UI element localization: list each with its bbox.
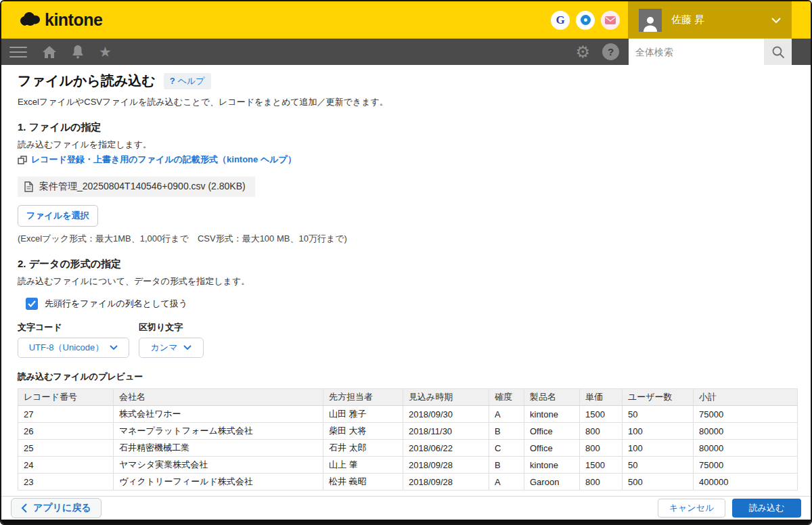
format-help-link[interactable]: レコード登録・上書き用のファイルの記載形式（kintone ヘルプ） [18,154,811,166]
table-cell: kintone [524,457,580,474]
preview-table: レコード番号会社名先方担当者見込み時期確度製品名単価ユーザー数小計 27株式会社… [18,388,798,490]
chevron-down-icon [771,14,781,26]
table-row: 27株式会社ワホー山田 雅子2018/09/30Akintone15005075… [18,406,798,423]
table-row: 23ヴィクトリーフィールド株式会社松井 義昭2018/09/28AGaroon8… [18,474,798,490]
table-cell: 25 [18,440,114,457]
table-cell: B [489,457,524,474]
home-icon[interactable] [42,45,57,59]
chevron-left-icon [21,503,27,513]
service-icons: G [551,11,620,30]
table-cell: 2018/09/28 [403,457,489,474]
bell-icon[interactable] [72,45,84,59]
page-help-link[interactable]: ? ヘルプ [164,73,211,89]
table-cell: 2018/11/30 [403,423,489,440]
back-to-app-button[interactable]: アプリに戻る [11,498,102,518]
table-cell: ヴィクトリーフィールド株式会社 [114,474,323,490]
table-row: 26マネープラットフォーム株式会社柴田 大将2018/11/30BOffice8… [18,423,798,440]
table-cell: 50 [623,406,694,423]
table-cell: 松井 義昭 [323,474,403,490]
table-cell: kintone [524,406,580,423]
external-link-icon [18,156,27,164]
google-icon[interactable]: G [551,11,570,30]
column-header: レコード番号 [18,389,114,406]
table-cell: 80000 [694,423,798,440]
top-header: kintone G 佐藤 昇 [1,1,811,39]
action-footer: アプリに戻る キャンセル 読み込む [1,496,811,520]
hamburger-menu-icon[interactable] [9,47,27,58]
delimiter-dropdown[interactable]: カンマ [139,338,204,358]
main-content: ファイルから読み込む ? ヘルプ ExcelファイルやCSVファイルを読み込むこ… [1,65,811,496]
table-cell: 23 [18,474,114,490]
column-header: 単価 [580,389,623,406]
header-row-checkbox[interactable] [26,298,38,310]
charset-dropdown[interactable]: UTF-8（Unicode） [18,338,129,358]
circle-service-icon[interactable] [576,11,595,30]
cancel-button[interactable]: キャンセル [658,499,725,518]
table-cell: 石井精密機械工業 [114,440,323,457]
table-cell: 2018/09/28 [403,474,489,490]
window-bottom-bar [1,520,811,524]
table-cell: 800 [580,474,623,490]
mail-icon[interactable] [601,11,620,30]
page-title: ファイルから読み込む [18,72,156,90]
app-window: kintone G 佐藤 昇 [0,0,812,525]
header-spacer [792,1,811,39]
avatar [639,9,662,32]
cloud-logo-icon [19,11,42,30]
table-cell: 500 [623,474,694,490]
file-section-description: 読み込むファイルを指定します。 [18,139,811,151]
column-header: ユーザー数 [623,389,694,406]
table-cell: 100 [623,440,694,457]
gear-icon[interactable]: ⚙ [575,44,590,60]
table-cell: C [489,440,524,457]
table-cell: A [489,406,524,423]
table-cell: 75000 [694,406,798,423]
table-cell: 山田 雅子 [323,406,403,423]
table-cell: 400000 [694,474,798,490]
kintone-logo[interactable]: kintone [19,10,102,30]
delimiter-label: 区切り文字 [139,321,183,334]
table-cell: マネープラットフォーム株式会社 [114,423,323,440]
check-icon [28,300,36,307]
table-cell: 27 [18,406,114,423]
column-header: 先方担当者 [323,389,403,406]
table-header: レコード番号会社名先方担当者見込み時期確度製品名単価ユーザー数小計 [18,389,798,406]
file-limits-note: (Excelブック形式：最大1MB、1,000行まで CSV形式：最大100 M… [18,233,811,245]
star-icon[interactable]: ★ [99,45,112,59]
chevron-down-icon [110,345,118,350]
table-cell: 株式会社ワホー [114,406,323,423]
user-menu[interactable]: 佐藤 昇 [628,1,792,39]
user-name: 佐藤 昇 [671,14,704,26]
select-file-button[interactable]: ファイルを選択 [18,205,98,227]
table-cell: 2018/09/30 [403,406,489,423]
table-cell: Office [524,423,580,440]
table-cell: 1500 [580,406,623,423]
table-cell: A [489,474,524,490]
table-cell: 2018/06/22 [403,440,489,457]
table-row: 24ヤマシタ実業株式会社山上 肇2018/09/28Bkintone150050… [18,457,798,474]
file-section-heading: 1. ファイルの指定 [18,121,811,134]
import-button[interactable]: 読み込む [732,499,801,518]
nav-spacer [792,39,811,65]
help-icon[interactable]: ? [602,43,619,60]
table-cell: 石井 太郎 [323,440,403,457]
question-icon: ? [170,76,175,86]
format-section-description: 読み込むファイルについて、データの形式を指定します。 [18,275,811,288]
logo-text: kintone [45,10,102,30]
table-cell: 24 [18,457,114,474]
table-cell: 26 [18,423,114,440]
nav-bar: ★ ⚙ ? [1,39,811,65]
table-cell: 800 [580,440,623,457]
table-cell: 柴田 大将 [323,423,403,440]
global-search [629,39,764,65]
search-button[interactable] [764,39,792,65]
search-input[interactable] [629,47,764,58]
checkbox-label: 先頭行をファイルの列名として扱う [45,298,187,310]
column-header: 見込み時期 [403,389,489,406]
table-cell: Office [524,440,580,457]
column-header: 小計 [694,389,798,406]
column-header: 製品名 [524,389,580,406]
table-cell: ヤマシタ実業株式会社 [114,457,323,474]
table-cell: 50 [623,457,694,474]
column-header: 確度 [489,389,524,406]
